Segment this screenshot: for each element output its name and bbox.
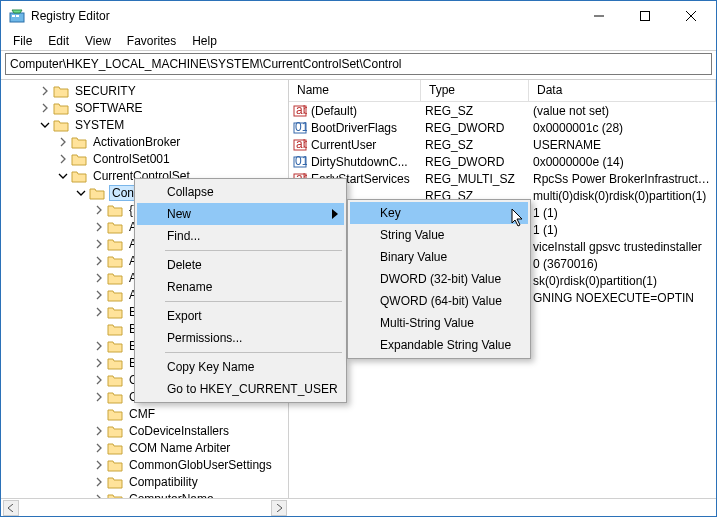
folder-icon xyxy=(107,220,123,234)
expand-icon[interactable] xyxy=(93,391,105,403)
context-menu-item[interactable]: Collapse xyxy=(137,181,344,203)
expand-icon[interactable] xyxy=(93,476,105,488)
submenu-item[interactable]: String Value xyxy=(350,224,528,246)
expand-icon[interactable] xyxy=(93,272,105,284)
value-data: USERNAME xyxy=(529,138,716,152)
tree-label: Compatibility xyxy=(127,475,200,489)
submenu-item[interactable]: Multi-String Value xyxy=(350,312,528,334)
context-menu-item[interactable]: Permissions... xyxy=(137,327,344,349)
regedit-icon xyxy=(9,8,25,24)
expand-icon[interactable] xyxy=(57,136,69,148)
menu-item-label: Rename xyxy=(167,280,212,294)
submenu-item[interactable]: QWORD (64-bit) Value xyxy=(350,290,528,312)
new-submenu[interactable]: KeyString ValueBinary ValueDWORD (32-bit… xyxy=(347,199,531,359)
expand-icon[interactable] xyxy=(93,204,105,216)
expand-icon[interactable] xyxy=(39,119,51,131)
menu-help[interactable]: Help xyxy=(184,32,225,50)
scroll-left-button[interactable] xyxy=(3,500,19,516)
tree-context-menu[interactable]: CollapseNewFind...DeleteRenameExportPerm… xyxy=(134,178,347,403)
expand-icon[interactable] xyxy=(57,153,69,165)
tree-node[interactable]: ControlSet001 xyxy=(1,150,288,167)
value-row[interactable]: 011DirtyShutdownC...REG_DWORD0x0000000e … xyxy=(289,153,716,170)
tree-node[interactable]: COM Name Arbiter xyxy=(1,439,288,456)
tree-node[interactable]: SECURITY xyxy=(1,82,288,99)
submenu-item[interactable]: Binary Value xyxy=(350,246,528,268)
tree-label: CoDeviceInstallers xyxy=(127,424,231,438)
expand-icon[interactable] xyxy=(93,255,105,267)
expand-icon[interactable] xyxy=(93,425,105,437)
expand-icon[interactable] xyxy=(57,170,69,182)
menu-edit[interactable]: Edit xyxy=(40,32,77,50)
submenu-item[interactable]: Key xyxy=(350,202,528,224)
value-data: (value not set) xyxy=(529,104,716,118)
menu-item-label: Copy Key Name xyxy=(167,360,254,374)
tree-node[interactable]: CMF xyxy=(1,405,288,422)
expand-icon[interactable] xyxy=(93,340,105,352)
tree-node[interactable]: ComputerName xyxy=(1,490,288,498)
expand-icon[interactable] xyxy=(93,221,105,233)
minimize-button[interactable] xyxy=(576,1,622,31)
value-row[interactable]: abEarlyStartServicesREG_MULTI_SZRpcSs Po… xyxy=(289,170,716,187)
tree-node[interactable]: CommonGlobUserSettings xyxy=(1,456,288,473)
expand-icon[interactable] xyxy=(39,85,51,97)
tree-node[interactable]: SYSTEM xyxy=(1,116,288,133)
menubar: File Edit View Favorites Help xyxy=(1,31,716,51)
folder-icon xyxy=(71,135,87,149)
expand-icon[interactable] xyxy=(93,238,105,250)
expand-icon[interactable] xyxy=(93,408,105,420)
value-type: REG_DWORD xyxy=(421,155,529,169)
col-type[interactable]: Type xyxy=(421,80,529,101)
expand-icon[interactable] xyxy=(93,442,105,454)
folder-icon xyxy=(53,101,69,115)
value-row[interactable]: 011BootDriverFlagsREG_DWORD0x0000001c (2… xyxy=(289,119,716,136)
menu-item-label: Delete xyxy=(167,258,202,272)
tree-label: CommonGlobUserSettings xyxy=(127,458,274,472)
context-menu-item[interactable]: Copy Key Name xyxy=(137,356,344,378)
col-data[interactable]: Data xyxy=(529,80,716,101)
folder-icon xyxy=(107,407,123,421)
context-menu-item[interactable]: Find... xyxy=(137,225,344,247)
folder-icon xyxy=(107,305,123,319)
menu-view[interactable]: View xyxy=(77,32,119,50)
expand-icon[interactable] xyxy=(93,306,105,318)
maximize-button[interactable] xyxy=(622,1,668,31)
menu-file[interactable]: File xyxy=(5,32,40,50)
value-name: CurrentUser xyxy=(311,138,376,152)
folder-icon xyxy=(53,84,69,98)
expand-icon[interactable] xyxy=(39,102,51,114)
context-menu-item[interactable]: New xyxy=(137,203,344,225)
expand-icon[interactable] xyxy=(93,374,105,386)
close-button[interactable] xyxy=(668,1,714,31)
menu-item-label: Find... xyxy=(167,229,200,243)
expand-icon[interactable] xyxy=(93,357,105,369)
value-name: DirtyShutdownC... xyxy=(311,155,408,169)
value-row[interactable]: ab(Default)REG_SZ(value not set) xyxy=(289,102,716,119)
tree-node[interactable]: ActivationBroker xyxy=(1,133,288,150)
context-menu-item[interactable]: Rename xyxy=(137,276,344,298)
tree-label: CMF xyxy=(127,407,157,421)
context-menu-item[interactable]: Delete xyxy=(137,254,344,276)
tree-node[interactable]: SOFTWARE xyxy=(1,99,288,116)
svg-text:ab: ab xyxy=(296,138,307,151)
folder-icon xyxy=(107,458,123,472)
menu-item-label: New xyxy=(167,207,191,221)
menu-favorites[interactable]: Favorites xyxy=(119,32,184,50)
column-headers: Name Type Data xyxy=(289,80,716,102)
col-name[interactable]: Name xyxy=(289,80,421,101)
expand-icon[interactable] xyxy=(93,289,105,301)
expand-icon[interactable] xyxy=(75,187,87,199)
submenu-item[interactable]: DWORD (32-bit) Value xyxy=(350,268,528,290)
menu-separator xyxy=(165,352,342,353)
address-bar[interactable]: Computer\HKEY_LOCAL_MACHINE\SYSTEM\Curre… xyxy=(5,53,712,75)
value-row[interactable]: abCurrentUserREG_SZUSERNAME xyxy=(289,136,716,153)
context-menu-item[interactable]: Go to HKEY_CURRENT_USER xyxy=(137,378,344,400)
expand-icon[interactable] xyxy=(93,323,105,335)
context-menu-item[interactable]: Export xyxy=(137,305,344,327)
scroll-right-button[interactable] xyxy=(271,500,287,516)
expand-icon[interactable] xyxy=(93,459,105,471)
tree-node[interactable]: Compatibility xyxy=(1,473,288,490)
menu-item-label: Collapse xyxy=(167,185,214,199)
submenu-item[interactable]: Expandable String Value xyxy=(350,334,528,356)
expand-icon[interactable] xyxy=(93,493,105,499)
tree-node[interactable]: CoDeviceInstallers xyxy=(1,422,288,439)
